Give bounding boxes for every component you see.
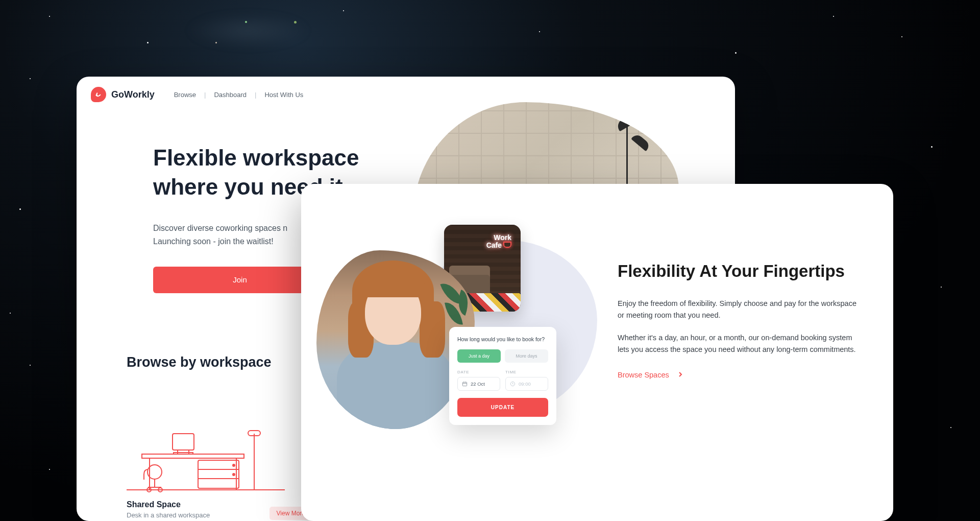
time-input[interactable]: 09:00	[505, 377, 548, 391]
neon-sign: Work Cafe	[486, 234, 511, 250]
segment-just-a-day[interactable]: Just a day	[457, 349, 501, 363]
svg-rect-9	[173, 434, 194, 450]
calendar-icon	[462, 381, 468, 387]
workspace-title: Shared Space	[127, 500, 285, 509]
svg-rect-1	[142, 454, 244, 458]
svg-point-6	[233, 464, 235, 466]
booking-question: How long would you like to book for?	[457, 336, 548, 342]
segment-more-days[interactable]: More days	[505, 349, 548, 363]
booking-widget: How long would you like to book for? Jus…	[449, 327, 556, 425]
workspace-card[interactable]: Shared Space Desk in a shared workspace …	[127, 388, 285, 519]
nav-dashboard[interactable]: Dashboard	[206, 91, 255, 99]
time-label: TIME	[505, 370, 548, 374]
svg-point-8	[233, 473, 235, 476]
logo[interactable]: GoWorkly	[91, 87, 155, 102]
join-button[interactable]: Join	[153, 267, 327, 293]
feature-paragraph-1: Enjoy the freedom of flexibility. Simply…	[618, 298, 857, 321]
date-label: DATE	[457, 370, 500, 374]
update-button[interactable]: UPDATE	[457, 398, 548, 417]
workspace-illustration	[127, 388, 285, 495]
feature-paragraph-2: Whether it's a day, an hour, or a month,…	[618, 332, 857, 356]
clock-icon	[510, 381, 516, 387]
feature-card: Work Cafe How long would you like to boo…	[301, 184, 893, 521]
top-nav: GoWorkly Browse | Dashboard | Host With …	[77, 77, 735, 112]
logo-icon	[91, 87, 106, 102]
brand-name: GoWorkly	[111, 89, 155, 100]
workspace-subtitle: Desk in a shared workspace	[127, 511, 285, 519]
date-input[interactable]: 22 Oct	[457, 377, 500, 391]
feature-visual: Work Cafe How long would you like to boo…	[322, 204, 587, 501]
svg-rect-11	[174, 453, 193, 454]
nav-host[interactable]: Host With Us	[256, 91, 311, 99]
feature-title: Flexibility At Your Fingertips	[618, 260, 857, 281]
chevron-right-icon	[678, 371, 682, 379]
nav-browse[interactable]: Browse	[166, 91, 204, 99]
svg-rect-19	[462, 382, 467, 386]
browse-spaces-link[interactable]: Browse Spaces	[618, 371, 682, 379]
